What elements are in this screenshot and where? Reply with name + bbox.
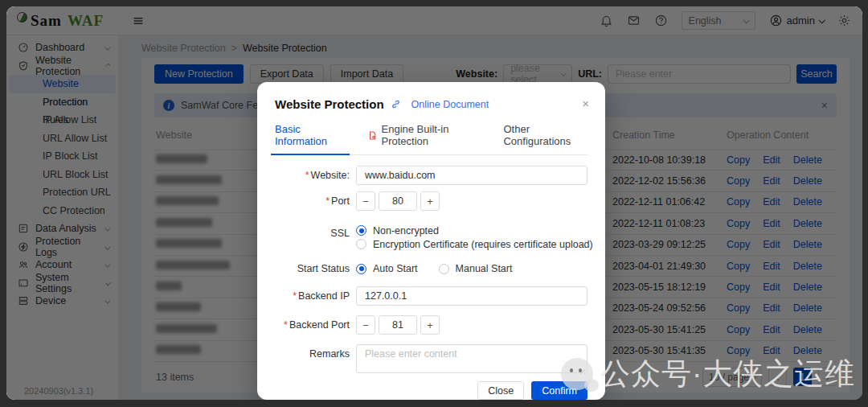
- port-field-label: *Port: [257, 191, 356, 211]
- start-status-radio-group: Auto Start Manual Start: [356, 259, 588, 278]
- dialog-header: Website Protection Online Document: [257, 82, 605, 111]
- ssl-radio-group: Non-encrypted Encryption Certificate (re…: [356, 224, 588, 251]
- dialog-footer: Close Confirm: [257, 381, 605, 400]
- protection-document-icon: [367, 130, 378, 141]
- ssl-field-label: SSL: [257, 224, 356, 251]
- radio-encryption-certificate[interactable]: [356, 239, 366, 249]
- tab-other-configurations[interactable]: Other Configurations: [503, 123, 588, 154]
- port-decrease-button[interactable]: −: [356, 191, 375, 211]
- remarks-textarea[interactable]: [356, 344, 588, 373]
- start-status-field-label: Start Status: [257, 259, 356, 278]
- app-window: SamWAF English admin: [6, 6, 862, 400]
- port-value[interactable]: 80: [379, 191, 417, 211]
- dialog-form: *Website: *Port − 80 + SSL Non-encrypted: [257, 166, 605, 376]
- backend-port-stepper: − 81 +: [356, 315, 588, 335]
- backend-ip-field-label: *Backend IP: [257, 286, 356, 306]
- port-increase-button[interactable]: +: [420, 191, 440, 211]
- backend-port-value[interactable]: 81: [379, 315, 417, 335]
- radio-manual-start[interactable]: [439, 264, 449, 274]
- dialog-tabs: Basic Information Engine Built-in Protec…: [275, 123, 588, 155]
- website-field-label: *Website:: [257, 166, 356, 185]
- website-input[interactable]: [356, 166, 588, 185]
- radio-auto-start[interactable]: [356, 264, 366, 274]
- port-stepper: − 80 +: [356, 191, 588, 211]
- backend-port-field-label: *Backend Port: [257, 315, 356, 335]
- tab-engine-built-in-protection[interactable]: Engine Built-in Protection: [367, 123, 482, 154]
- online-document-link[interactable]: Online Document: [411, 99, 489, 110]
- backend-port-increase-button[interactable]: +: [420, 315, 440, 335]
- backend-port-decrease-button[interactable]: −: [356, 315, 375, 335]
- radio-non-encrypted[interactable]: [356, 225, 366, 236]
- remarks-field-label: Remarks: [257, 344, 356, 376]
- tab-basic-information[interactable]: Basic Information: [275, 123, 346, 154]
- link-icon: [390, 98, 402, 110]
- close-button[interactable]: Close: [477, 381, 524, 400]
- website-protection-dialog: × Website Protection Online Document Bas…: [257, 82, 605, 400]
- dialog-title: Website Protection: [275, 97, 384, 111]
- dialog-close-icon[interactable]: ×: [582, 97, 589, 110]
- backend-ip-input[interactable]: [356, 286, 588, 306]
- confirm-button[interactable]: Confirm: [531, 381, 588, 400]
